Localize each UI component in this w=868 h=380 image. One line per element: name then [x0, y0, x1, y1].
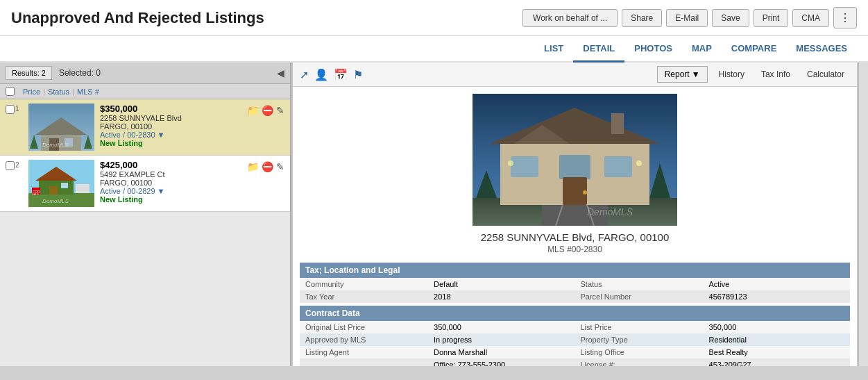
listing-1-thumbnail: DemoMLS — [28, 104, 94, 151]
prop-type-label: Property Type — [575, 333, 703, 346]
calculator-link[interactable]: Calculator — [801, 67, 850, 82]
tax-year-value: 2018 — [428, 290, 575, 303]
prop-type-value: Residential — [704, 333, 850, 346]
list-column-headers: Price | Status | MLS # — [0, 84, 290, 99]
briefcase-icon[interactable]: 📁 — [247, 105, 259, 116]
listing-1-addr1: 2258 SUNNYVALE Blvd — [100, 114, 247, 122]
contract-data-table: Original List Price 350,000 List Price 3… — [300, 321, 850, 366]
table-row: Original List Price 350,000 List Price 3… — [300, 321, 850, 333]
section-tax-header: Tax; Location and Legal — [300, 263, 850, 278]
cancel-icon[interactable]: ⛔ — [262, 105, 273, 116]
tax-info-link[interactable]: Tax Info — [756, 67, 796, 82]
print-button[interactable]: Print — [754, 9, 789, 27]
listing-1-price: $350,000 — [100, 104, 247, 114]
person-icon[interactable]: 👤 — [314, 68, 328, 81]
listing-1-badge: New Listing — [100, 139, 247, 147]
svg-text:DemoMLS: DemoMLS — [42, 198, 69, 204]
col-headers: Price | Status | MLS # — [23, 88, 99, 96]
list-price-label: List Price — [575, 321, 703, 333]
tax-data-table: Community Default Status Active Tax Year… — [300, 278, 850, 303]
office-value: Best Realty — [704, 346, 850, 358]
svg-text:DemoMLS: DemoMLS — [42, 142, 69, 148]
parcel-label: Parcel Number — [575, 290, 703, 303]
scrollbar[interactable] — [858, 63, 868, 366]
email-button[interactable]: E-Mail — [666, 9, 708, 27]
listing-2-thumbnail-svg: FOR SALE DemoMLS — [28, 160, 94, 207]
col-sep-2: | — [72, 88, 74, 96]
price-col-header[interactable]: Price — [23, 88, 40, 96]
listing-2-checkbox[interactable] — [6, 161, 15, 170]
listing-1-addr2: FARGO, 00100 — [100, 122, 247, 131]
tax-year-label: Tax Year — [300, 290, 428, 303]
table-row: Approved by MLS In progress Property Typ… — [300, 333, 850, 346]
edit-icon[interactable]: ✎ — [276, 105, 284, 116]
listing-1-dropdown-icon[interactable]: ▼ — [158, 131, 165, 139]
office-phone: Office: 773-555-2300 — [428, 358, 575, 366]
section-contract-header: Contract Data — [300, 306, 850, 321]
property-address: 2258 SUNNYVALE Blvd, FARGO, 00100 — [300, 231, 850, 243]
listing-1-info: $350,000 2258 SUNNYVALE Blvd FARGO, 0010… — [100, 104, 247, 147]
tab-detail[interactable]: DETAIL — [573, 36, 624, 63]
status-col-header[interactable]: Status — [48, 88, 69, 96]
listing-1-checkbox[interactable] — [6, 105, 15, 114]
photo-wrapper: DemoMLS — [300, 94, 850, 226]
calendar-icon[interactable]: 📅 — [334, 68, 348, 81]
svg-point-31 — [508, 160, 513, 166]
list-price-value: 350,000 — [704, 321, 850, 333]
list-item[interactable]: 1 — [0, 99, 290, 156]
results-button[interactable]: Results: 2 — [6, 66, 52, 80]
header: Unapproved And Rejected Listings Work on… — [0, 0, 868, 36]
tab-messages[interactable]: MESSAGES — [786, 36, 857, 63]
table-row: Tax Year 2018 Parcel Number 456789123 — [300, 290, 850, 303]
listing-2-badge: New Listing — [100, 195, 247, 204]
svg-text:DemoMLS: DemoMLS — [587, 206, 633, 217]
work-on-behalf-button[interactable]: Work on behalf of ... — [522, 9, 618, 27]
right-panel: ➚ 👤 📅 ⚑ Report ▼ History Tax Info Calcul… — [293, 63, 857, 366]
svg-rect-26 — [559, 155, 590, 179]
more-button[interactable]: ⋮ — [833, 7, 857, 28]
listing-2-price: $425,000 — [100, 160, 247, 170]
share-button[interactable]: Share — [622, 9, 662, 27]
header-actions: Work on behalf of ... Share E-Mail Save … — [522, 7, 857, 28]
tab-map[interactable]: MAP — [682, 36, 722, 63]
listing-2-info: $425,000 5492 EXAMPLE Ct FARGO, 00100 Ac… — [100, 160, 247, 204]
collapse-arrow-icon[interactable]: ◀ — [277, 67, 284, 79]
listing-1-num: 1 — [15, 105, 19, 113]
tab-photos[interactable]: PHOTOS — [624, 36, 682, 63]
approved-value: In progress — [428, 333, 575, 346]
svg-rect-27 — [604, 156, 632, 177]
flag-icon[interactable]: ⚑ — [353, 68, 363, 81]
svg-point-32 — [636, 160, 642, 166]
select-all-checkbox[interactable] — [6, 87, 15, 96]
cancel-icon-2[interactable]: ⛔ — [262, 161, 273, 172]
history-link[interactable]: History — [713, 67, 750, 82]
tab-list[interactable]: LIST — [534, 36, 573, 63]
table-row: Community Default Status Active — [300, 278, 850, 290]
listing-1-status: Active / 00-2830 ▼ — [100, 131, 247, 139]
tab-compare[interactable]: COMPARE — [722, 36, 786, 63]
svg-rect-28 — [563, 177, 587, 205]
left-panel: Results: 2 Selected: 0 ◀ Price | Status … — [0, 63, 291, 366]
property-photo: DemoMLS — [473, 94, 677, 226]
community-value: Default — [428, 278, 575, 290]
svg-point-29 — [583, 190, 587, 195]
office-label: Listing Office — [575, 346, 703, 358]
cma-button[interactable]: CMA — [792, 9, 829, 27]
edit-icon-2[interactable]: ✎ — [276, 161, 284, 172]
approved-label: Approved by MLS — [300, 333, 428, 346]
save-button[interactable]: Save — [712, 9, 749, 27]
listing-2-addr2: FARGO, 00100 — [100, 179, 247, 187]
svg-rect-25 — [511, 156, 538, 177]
mls-col-header[interactable]: MLS # — [77, 88, 99, 96]
external-link-icon[interactable]: ➚ — [300, 68, 309, 81]
report-dropdown-icon: ▼ — [692, 69, 700, 79]
table-row: Listing Agent Donna Marshall Listing Off… — [300, 346, 850, 358]
property-photo-svg: DemoMLS — [473, 94, 677, 226]
listing-1-thumbnail-svg: DemoMLS — [28, 104, 94, 151]
briefcase-icon-2[interactable]: 📁 — [247, 161, 259, 172]
orig-price-value: 350,000 — [428, 321, 575, 333]
list-item[interactable]: 2 FOR — [0, 156, 290, 212]
listing-2-icons: 📁 ⛔ ✎ — [247, 160, 284, 172]
listing-2-dropdown-icon[interactable]: ▼ — [158, 187, 165, 195]
report-button[interactable]: Report ▼ — [657, 66, 708, 83]
